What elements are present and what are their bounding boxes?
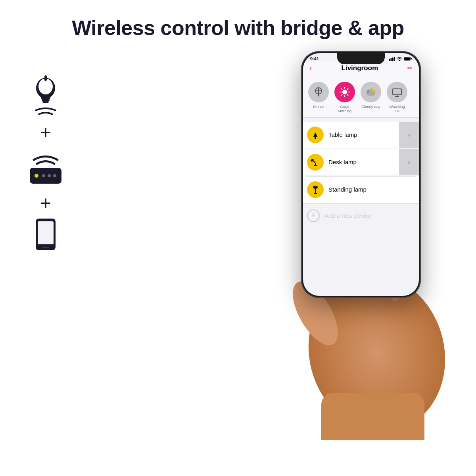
- phone-frame: 9:41: [301, 52, 420, 298]
- svg-point-8: [42, 174, 45, 177]
- svg-point-32: [342, 90, 347, 94]
- phone-wrapper: 9:41: [278, 52, 444, 409]
- add-device-label: Add a new device: [324, 212, 371, 219]
- svg-rect-20: [321, 393, 424, 440]
- svg-line-50: [313, 161, 315, 163]
- status-time: 9:41: [310, 56, 319, 61]
- svg-rect-13: [42, 247, 49, 248]
- scenes-row: Dinner: [303, 76, 419, 117]
- table-lamp-icon: [307, 127, 324, 143]
- scene-watching-tv[interactable]: WatchingTV: [386, 82, 409, 113]
- scene-watching-tv-label: WatchingTV: [389, 104, 405, 113]
- svg-line-39: [347, 89, 348, 90]
- wifi-icon: [397, 57, 402, 61]
- standing-lamp-icon: [307, 181, 324, 198]
- left-icons-column: + +: [24, 71, 67, 252]
- scene-dinner-circle: [308, 82, 329, 102]
- svg-point-7: [35, 174, 38, 178]
- desk-lamp-swipe: ›: [399, 149, 419, 175]
- scene-good-morning[interactable]: GoodMorning: [333, 82, 356, 113]
- plus-sign-2: +: [40, 194, 51, 213]
- svg-rect-5: [44, 75, 47, 81]
- scene-good-morning-circle: [334, 82, 355, 102]
- standing-lamp-name: Standing lamp: [328, 186, 415, 193]
- scene-watching-tv-circle: [387, 82, 407, 102]
- svg-rect-3: [42, 101, 49, 103]
- svg-rect-23: [392, 58, 393, 61]
- signal-icon: [389, 57, 395, 61]
- table-lamp-wrapper: Table lamp › ›: [303, 122, 419, 148]
- svg-rect-24: [394, 57, 395, 61]
- scene-dinner-label: Dinner: [313, 104, 324, 109]
- svg-rect-21: [389, 59, 390, 61]
- scene-dinner[interactable]: Dinner: [307, 82, 330, 113]
- svg-rect-2: [42, 99, 50, 101]
- phone-notch: [337, 53, 385, 64]
- status-icons: [389, 57, 412, 61]
- phone-small-icon: [32, 217, 60, 252]
- scene-cloudy-day[interactable]: Cloudy day: [359, 82, 382, 113]
- standing-lamp-wrapper: Standing lamp: [303, 177, 419, 203]
- table-lamp-swipe: ›: [399, 122, 419, 148]
- bridge-icon: [24, 146, 67, 190]
- standing-lamp-row[interactable]: Standing lamp: [303, 177, 419, 203]
- svg-rect-1: [41, 96, 50, 99]
- nav-back-button[interactable]: ‹: [309, 63, 312, 73]
- page-title: Wireless control with bridge & app: [0, 0, 476, 40]
- svg-rect-22: [391, 58, 392, 61]
- svg-point-9: [48, 174, 51, 177]
- add-device-icon: +: [307, 209, 320, 222]
- svg-line-40: [342, 94, 342, 95]
- svg-rect-27: [404, 58, 410, 60]
- phone-screen: 9:41: [303, 53, 419, 296]
- svg-rect-43: [367, 92, 375, 96]
- nav-title: Livingroom: [342, 64, 378, 72]
- svg-rect-54: [315, 188, 316, 193]
- desk-lamp-wrapper: Desk lamp › ›: [303, 149, 419, 175]
- svg-point-44: [372, 88, 375, 92]
- svg-rect-45: [393, 89, 401, 95]
- svg-point-10: [53, 174, 56, 177]
- battery-icon: [404, 57, 412, 61]
- plus-sign-1: +: [40, 123, 51, 142]
- svg-rect-28: [411, 58, 412, 60]
- svg-line-38: [347, 94, 348, 95]
- svg-point-25: [399, 60, 400, 61]
- devices-list: Table lamp › ›: [303, 118, 419, 232]
- scene-cloudy-day-label: Cloudy day: [361, 104, 380, 109]
- desk-lamp-icon: [307, 154, 324, 171]
- svg-rect-12: [38, 221, 54, 244]
- svg-line-37: [342, 89, 342, 90]
- svg-rect-48: [315, 137, 316, 139]
- scene-good-morning-label: GoodMorning: [338, 104, 351, 113]
- add-device-row[interactable]: + Add a new device: [303, 204, 419, 228]
- bulb-icon: [28, 71, 63, 119]
- scene-cloudy-day-circle: [361, 82, 381, 102]
- nav-edit-button[interactable]: ✏: [407, 64, 413, 72]
